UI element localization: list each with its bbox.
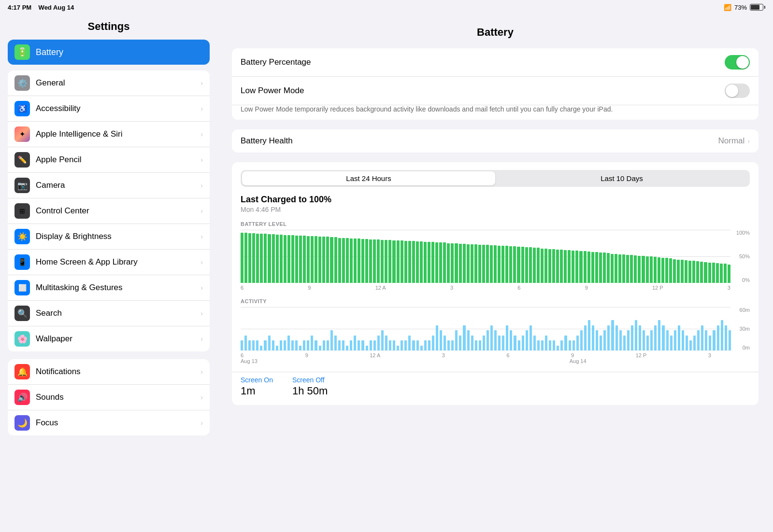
apple-pencil-icon: ✏️ <box>14 152 30 168</box>
sidebar-item-home-screen[interactable]: 📱 Home Screen & App Library › <box>8 250 210 275</box>
gear-icon: ⚙️ <box>14 75 30 91</box>
battery-level-label: BATTERY LEVEL <box>241 221 750 227</box>
detail-title: Battery <box>232 22 759 48</box>
accessibility-icon: ♿ <box>14 101 30 116</box>
battery-percentage-toggle[interactable] <box>725 55 750 70</box>
sidebar-item-accessibility[interactable]: ♿ Accessibility › <box>8 96 210 122</box>
battery-health-chevron: › <box>747 137 750 145</box>
sidebar-item-multitasking[interactable]: ⬜ Multitasking & Gestures › <box>8 275 210 301</box>
home-screen-icon: 📱 <box>14 254 30 270</box>
settings-group-1: ⚙️ General › ♿ Accessibility › ✦ Apple I… <box>8 70 210 351</box>
screen-off-label: Screen Off <box>292 376 328 384</box>
battery-bars <box>241 230 730 283</box>
apple-intelligence-icon: ✦ <box>14 126 30 142</box>
status-time: 4:17 PM Wed Aug 14 <box>8 4 74 11</box>
low-power-mode-row: Low Power Mode <box>232 77 759 105</box>
chevron-icon: › <box>200 130 203 138</box>
chevron-icon: › <box>200 335 203 343</box>
battery-health-value: Normal <box>718 136 745 146</box>
last-charged-title: Last Charged to 100% <box>241 195 750 205</box>
battery-percentage-label: Battery Percentage <box>241 57 725 67</box>
activity-label: ACTIVITY <box>241 298 750 304</box>
battery-settings-card: Battery Percentage Low Power Mode Low Po… <box>232 48 759 120</box>
sidebar-item-search[interactable]: 🔍 Search › <box>8 301 210 326</box>
chevron-icon: › <box>200 419 203 427</box>
battery-health-card: Battery Health Normal › <box>232 129 759 153</box>
multitasking-icon: ⬜ <box>14 280 30 295</box>
detail-panel: Battery Battery Percentage Low Power Mod… <box>217 14 773 532</box>
x-labels-activity: 6912 A36912 P3Aug 13Aug 14 <box>241 352 750 364</box>
chevron-icon: › <box>200 368 203 376</box>
notifications-icon: 🔔 <box>14 364 30 379</box>
chevron-icon: › <box>200 309 203 317</box>
sidebar-item-apple-intelligence[interactable]: ✦ Apple Intelligence & Siri › <box>8 122 210 147</box>
chevron-icon: › <box>200 258 203 266</box>
status-bar: 4:17 PM Wed Aug 14 📶 73% <box>0 0 773 14</box>
y-labels-activity: 60m 30m 0m <box>731 307 750 350</box>
screen-off-value: 1h 50m <box>292 385 328 397</box>
tab-last-24-hours[interactable]: Last 24 Hours <box>242 171 495 185</box>
battery-health-label: Battery Health <box>241 136 718 146</box>
sidebar: Settings 🔋 Battery ⚙️ General › ♿ Access… <box>0 14 217 532</box>
sidebar-item-notifications[interactable]: 🔔 Notifications › <box>8 359 210 385</box>
y-labels-battery: 100% 50% 0% <box>731 230 750 283</box>
camera-icon: 📷 <box>14 178 30 193</box>
control-center-icon: ⊞ <box>14 203 30 219</box>
chevron-icon: › <box>200 156 203 164</box>
time-tabs: Last 24 Hours Last 10 Days <box>241 170 750 187</box>
chevron-icon: › <box>200 105 203 112</box>
screen-on-stat: Screen On 1m <box>241 376 273 397</box>
wallpaper-icon: 🌸 <box>14 331 30 347</box>
chevron-icon: › <box>200 284 203 292</box>
focus-icon: 🌙 <box>14 415 30 431</box>
sidebar-item-apple-pencil[interactable]: ✏️ Apple Pencil › <box>8 147 210 173</box>
battery-health-row[interactable]: Battery Health Normal › <box>232 129 759 153</box>
battery-percent-status: 73% <box>734 4 747 11</box>
settings-group-2: 🔔 Notifications › 🔊 Sounds › 🌙 Focus › <box>8 359 210 435</box>
activity-bars <box>241 307 730 350</box>
chevron-icon: › <box>200 233 203 240</box>
sidebar-item-focus[interactable]: 🌙 Focus › <box>8 410 210 435</box>
battery-selected-label: Battery <box>36 47 63 57</box>
sidebar-item-general[interactable]: ⚙️ General › <box>8 70 210 96</box>
x-labels-battery: 6912 A36912 P3 <box>241 285 750 291</box>
battery-level-chart: 100% 50% 0% <box>241 230 750 283</box>
status-indicators: 📶 73% <box>724 4 765 11</box>
battery-icon <box>750 4 765 11</box>
chevron-icon: › <box>200 182 203 189</box>
chevron-icon: › <box>200 393 203 401</box>
sidebar-item-control-center[interactable]: ⊞ Control Center › <box>8 198 210 224</box>
activity-chart: 60m 30m 0m <box>241 307 750 350</box>
search-sidebar-icon: 🔍 <box>14 306 30 321</box>
battery-selected-icon: 🔋 <box>14 44 30 60</box>
chevron-icon: › <box>200 207 203 215</box>
screen-off-stat: Screen Off 1h 50m <box>292 376 328 397</box>
sounds-icon: 🔊 <box>14 390 30 405</box>
sidebar-item-camera[interactable]: 📷 Camera › <box>8 173 210 198</box>
display-icon: ☀️ <box>14 229 30 244</box>
screen-stats: Screen On 1m Screen Off 1h 50m <box>241 372 750 397</box>
main-container: Settings 🔋 Battery ⚙️ General › ♿ Access… <box>0 14 773 532</box>
chevron-icon: › <box>200 79 203 87</box>
sidebar-item-battery-selected[interactable]: 🔋 Battery <box>8 40 210 65</box>
battery-percentage-row: Battery Percentage <box>232 48 759 77</box>
battery-chart-section: Last 24 Hours Last 10 Days Last Charged … <box>232 162 759 405</box>
tab-last-10-days[interactable]: Last 10 Days <box>495 171 748 185</box>
low-power-mode-desc: Low Power Mode temporarily reduces backg… <box>232 105 759 120</box>
sidebar-item-display-brightness[interactable]: ☀️ Display & Brightness › <box>8 224 210 250</box>
sidebar-item-sounds[interactable]: 🔊 Sounds › <box>8 385 210 410</box>
last-charged-sub: Mon 4:46 PM <box>241 206 750 213</box>
screen-on-value: 1m <box>241 385 273 397</box>
low-power-mode-toggle[interactable] <box>725 84 750 98</box>
low-power-mode-label: Low Power Mode <box>241 86 725 96</box>
sidebar-item-wallpaper[interactable]: 🌸 Wallpaper › <box>8 326 210 351</box>
screen-on-label: Screen On <box>241 376 273 384</box>
wifi-icon: 📶 <box>724 4 731 11</box>
sidebar-title: Settings <box>8 14 210 40</box>
